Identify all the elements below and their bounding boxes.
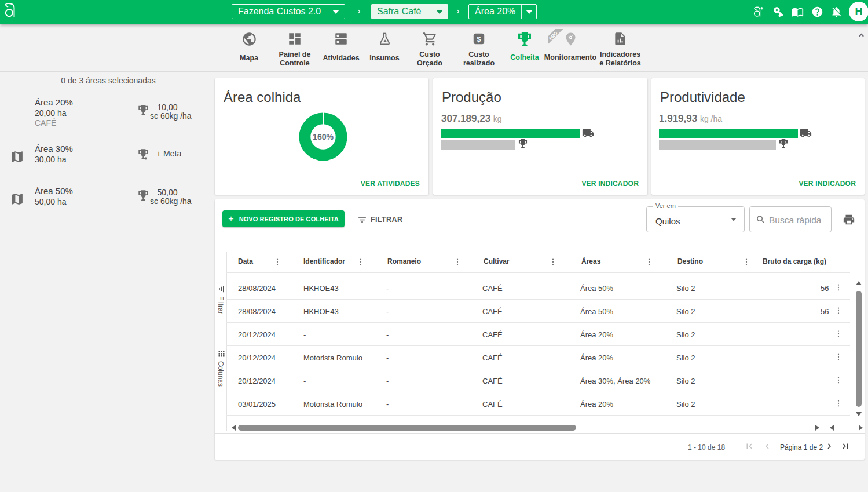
svg-text:$: $ [477,35,481,43]
svg-text:160%: 160% [313,132,334,141]
